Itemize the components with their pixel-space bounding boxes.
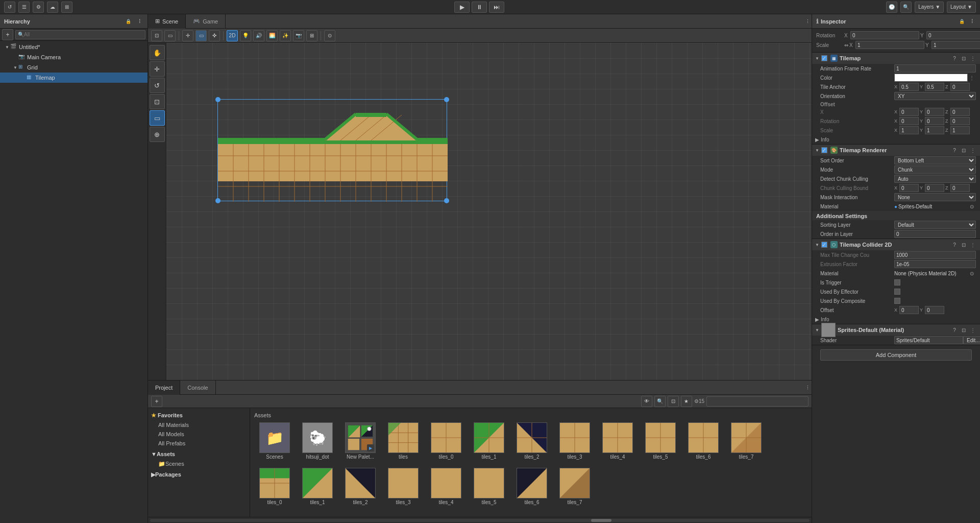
off-scale-y[interactable] bbox=[925, 126, 944, 134]
tr-expand-btn[interactable]: ⊡ bbox=[960, 146, 968, 154]
all-materials[interactable]: All Materials bbox=[148, 420, 250, 430]
tc-enabled[interactable]: ✓ bbox=[821, 242, 827, 248]
tool-move[interactable]: ✛ bbox=[150, 61, 165, 77]
scene-btn-2d[interactable]: 2D bbox=[227, 30, 238, 41]
shader-input[interactable] bbox=[894, 336, 963, 344]
off-rot-x[interactable] bbox=[899, 117, 919, 125]
scenes-folder[interactable]: 📁 Scenes bbox=[148, 459, 250, 468]
tc-expand-btn[interactable]: ⊡ bbox=[960, 241, 968, 249]
asset-r2-tiles6[interactable]: tiles_6 bbox=[511, 466, 552, 507]
tilemap-info[interactable]: ▶ Info bbox=[812, 135, 980, 144]
asset-tiles4[interactable]: tiles_4 bbox=[597, 420, 638, 462]
collab-btn[interactable]: ⊞ bbox=[61, 2, 72, 13]
asset-scenes[interactable]: 📁 Scenes bbox=[254, 420, 295, 462]
offset-z[interactable] bbox=[950, 108, 970, 116]
bottom-menu-btn[interactable]: ⋮ bbox=[803, 384, 812, 392]
asset-tiles[interactable]: tiles bbox=[383, 420, 424, 462]
inspector-lock[interactable]: 🔒 bbox=[958, 17, 966, 26]
color-menu-btn[interactable]: ⋮ bbox=[968, 74, 976, 82]
scrollbar-thumb[interactable] bbox=[591, 519, 611, 522]
scrollbar-track[interactable] bbox=[150, 519, 810, 522]
mode-select[interactable]: Chunk bbox=[894, 165, 976, 174]
undo-btn[interactable]: ↺ bbox=[4, 2, 15, 13]
extrusion-factor-input[interactable] bbox=[894, 260, 976, 268]
play-button[interactable]: ▶ bbox=[454, 2, 470, 13]
anim-frame-rate-input[interactable] bbox=[894, 64, 976, 73]
scene-btn-sky[interactable]: 🌅 bbox=[266, 30, 278, 41]
tilemap-expand-btn[interactable]: ⊡ bbox=[960, 54, 968, 62]
assets-header[interactable]: ▼ Assets bbox=[148, 449, 250, 459]
hierarchy-lock[interactable]: 🔒 bbox=[124, 17, 132, 26]
tr-help-btn[interactable]: ? bbox=[950, 146, 959, 154]
rotation-y-input[interactable] bbox=[926, 31, 980, 39]
scene-tool-select[interactable]: ▭ bbox=[195, 30, 207, 41]
ccb-z[interactable] bbox=[950, 184, 970, 192]
tree-item-grid[interactable]: ▼ ⊞ Grid bbox=[0, 62, 148, 73]
scene-tool-1[interactable]: ▭ bbox=[164, 30, 176, 41]
tool-rect[interactable]: ▭ bbox=[150, 110, 165, 126]
asset-tiles0[interactable]: tiles_0 bbox=[426, 420, 467, 462]
asset-tiles1[interactable]: tiles_1 bbox=[469, 420, 509, 462]
asset-tiles5[interactable]: tiles_5 bbox=[640, 420, 681, 462]
scene-btn-light[interactable]: 💡 bbox=[240, 30, 251, 41]
tool-custom[interactable]: ⊕ bbox=[150, 127, 165, 142]
hierarchy-menu[interactable]: ⋮ bbox=[135, 17, 143, 26]
add-component-button[interactable]: Add Component bbox=[820, 349, 972, 361]
asset-star-btn[interactable]: ★ bbox=[681, 396, 692, 407]
tilemap-renderer-header[interactable]: ▼ ✓ 🎨 Tilemap Renderer ? ⊡ ⋮ bbox=[812, 145, 980, 156]
layout-dropdown[interactable]: Layout ▼ bbox=[947, 2, 976, 13]
menu-btn[interactable]: ☰ bbox=[18, 2, 30, 13]
scene-btn-cam[interactable]: 📷 bbox=[293, 30, 304, 41]
favorites-header[interactable]: ★ Favorites bbox=[148, 410, 250, 420]
offset-y[interactable] bbox=[925, 108, 944, 116]
pause-button[interactable]: ⏸ bbox=[472, 2, 487, 13]
tab-scene[interactable]: ⊞ Scene bbox=[148, 14, 186, 29]
tile-anchor-y[interactable] bbox=[925, 83, 944, 91]
tilemap-enabled[interactable]: ✓ bbox=[821, 55, 827, 61]
asset-r2-tiles2[interactable]: tiles_2 bbox=[340, 466, 381, 507]
tc-info[interactable]: ▶ Info bbox=[812, 315, 980, 324]
detect-chunk-culling-select[interactable]: Auto bbox=[894, 175, 976, 183]
rotation-x-input[interactable] bbox=[850, 31, 919, 39]
max-tile-change-input[interactable] bbox=[894, 251, 976, 259]
tc-offset-x[interactable] bbox=[899, 306, 919, 314]
asset-r2-tiles3[interactable]: tiles_3 bbox=[383, 466, 424, 507]
is-trigger-check[interactable] bbox=[894, 279, 900, 286]
sorting-layer-select[interactable]: Default bbox=[894, 221, 976, 229]
tilemap-header[interactable]: ▼ ✓ ▦ Tilemap ? ⊡ ⋮ bbox=[812, 53, 980, 64]
asset-hitsuji[interactable]: 🐑 hitsuji_dot bbox=[297, 420, 338, 462]
tree-item-untitled[interactable]: ▼ 🎬 Untitled* bbox=[0, 42, 148, 52]
used-by-effector-check[interactable] bbox=[894, 289, 900, 295]
asset-search-input[interactable] bbox=[706, 396, 808, 407]
offset-x[interactable] bbox=[899, 108, 919, 116]
asset-new-palette[interactable]: ▶ New Palet... bbox=[340, 420, 381, 462]
scene-btn-audio[interactable]: 🔊 bbox=[253, 30, 264, 41]
ccb-y[interactable] bbox=[925, 184, 944, 192]
tool-hand[interactable]: ✋ bbox=[150, 45, 165, 60]
asset-eye-btn[interactable]: 👁 bbox=[641, 396, 652, 407]
used-by-composite-check[interactable] bbox=[894, 298, 900, 304]
mask-interaction-select[interactable]: None bbox=[894, 193, 976, 201]
asset-r2-tiles4[interactable]: tiles_4 bbox=[426, 466, 467, 507]
scene-btn-grid[interactable]: ⊞ bbox=[306, 30, 317, 41]
selection-box[interactable] bbox=[217, 99, 447, 201]
material-target-btn[interactable]: ⊙ bbox=[968, 202, 976, 210]
scene-tool-0[interactable]: ⊡ bbox=[151, 30, 162, 41]
sd-help-btn[interactable]: ? bbox=[950, 326, 959, 334]
asset-search-btn[interactable]: 🔍 bbox=[654, 396, 666, 407]
tool-rotate[interactable]: ↺ bbox=[150, 78, 165, 93]
hierarchy-search-input[interactable] bbox=[24, 32, 143, 37]
asset-r2-tiles1[interactable]: tiles_1 bbox=[297, 466, 338, 507]
tc-menu-btn[interactable]: ⋮ bbox=[969, 241, 977, 249]
all-prefabs[interactable]: All Prefabs bbox=[148, 439, 250, 448]
sd-expand-btn[interactable]: ⊡ bbox=[960, 326, 968, 334]
tilemap-help-btn[interactable]: ? bbox=[950, 54, 959, 62]
off-rot-y[interactable] bbox=[925, 117, 944, 125]
scene-menu-btn[interactable]: ⋮ bbox=[803, 17, 812, 26]
off-scale-z[interactable] bbox=[950, 126, 970, 134]
step-button[interactable]: ⏭ bbox=[489, 2, 504, 13]
asset-r2-tiles5[interactable]: tiles_5 bbox=[469, 466, 509, 507]
asset-filter-btn[interactable]: ⊡ bbox=[668, 396, 679, 407]
tc-material-btn[interactable]: ⊙ bbox=[968, 269, 976, 277]
all-models[interactable]: All Models bbox=[148, 430, 250, 439]
